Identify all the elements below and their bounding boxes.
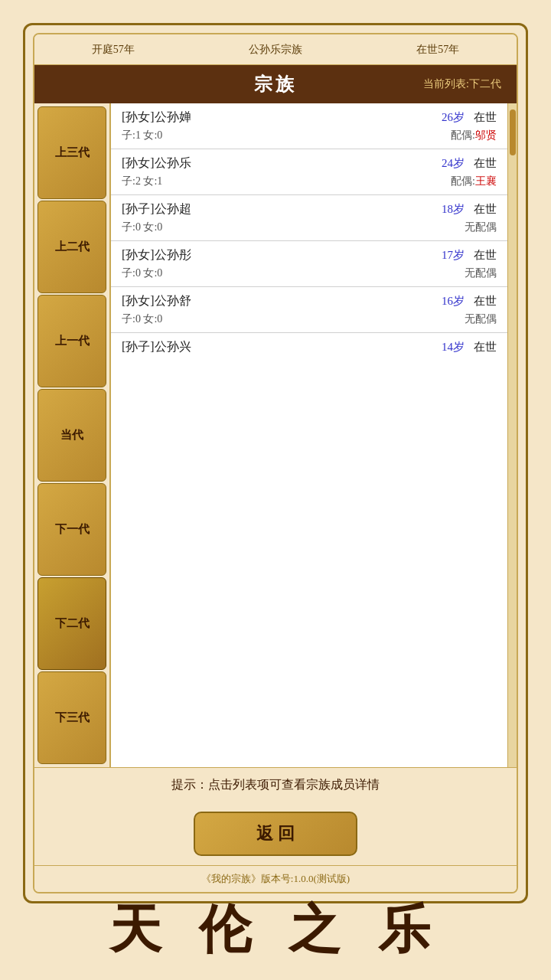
sidebar: 上三代 上二代 上一代 当代 下一代 下二代 下三代	[34, 103, 111, 767]
top-bar-item1: 开庭57年	[84, 43, 142, 57]
record-children: 子:0 女:0	[122, 220, 465, 234]
record-name: [孙女]公孙彤	[122, 247, 442, 263]
top-bar-item3: 在世57年	[409, 43, 467, 57]
record-spouse: 无配偶	[465, 220, 497, 234]
list-item[interactable]: [孙女]公孙婵 26岁 在世 子:1 女:0 配偶:邬贤	[111, 103, 507, 149]
record-status: 在世	[474, 110, 497, 125]
record-age: 18岁	[442, 202, 465, 217]
list-item[interactable]: [孙女]公孙乐 24岁 在世 子:2 女:1 配偶:王襄	[111, 149, 507, 195]
inner-container: 开庭57年 公孙乐宗族 在世57年 宗族 当前列表:下二代 上三代 上二代	[33, 33, 518, 893]
button-area: 返 回	[34, 802, 517, 865]
scrollbar-thumb[interactable]	[510, 109, 516, 155]
list-item[interactable]: [孙子]公孙超 18岁 在世 子:0 女:0 无配偶	[111, 195, 507, 241]
record-status: 在世	[474, 248, 497, 263]
record-spouse: 无配偶	[465, 312, 497, 326]
record-status: 在世	[474, 202, 497, 217]
record-status: 在世	[474, 294, 497, 309]
record-age: 26岁	[442, 110, 465, 125]
record-age: 14岁	[442, 340, 465, 354]
top-bar-item2: 公孙乐宗族	[241, 43, 310, 57]
list-item[interactable]: [孙女]公孙舒 16岁 在世 子:0 女:0 无配偶	[111, 287, 507, 333]
sidebar-item-shang1[interactable]: 上一代	[37, 295, 106, 387]
record-name: [孙女]公孙婵	[122, 109, 442, 126]
sidebar-item-shang2[interactable]: 上二代	[37, 201, 106, 293]
header-title: 宗族	[254, 72, 297, 96]
return-button[interactable]: 返 回	[194, 812, 357, 856]
version-text: 《我的宗族》版本号:1.0.0(测试版)	[34, 865, 517, 892]
record-spouse: 配偶:王襄	[451, 175, 497, 188]
main-content: 上三代 上二代 上一代 当代 下一代 下二代 下三代	[34, 103, 517, 767]
record-name: [孙子]公孙超	[122, 201, 442, 217]
record-children: 子:0 女:0	[122, 312, 465, 326]
record-age: 16岁	[442, 294, 465, 309]
record-children: 子:0 女:0	[122, 266, 465, 280]
record-spouse: 配偶:邬贤	[451, 129, 497, 142]
record-age: 24岁	[442, 156, 465, 171]
sidebar-item-current[interactable]: 当代	[37, 389, 106, 482]
outer-container: 开庭57年 公孙乐宗族 在世57年 宗族 当前列表:下二代 上三代 上二代	[23, 23, 528, 903]
header-subtitle: 当前列表:下二代	[423, 77, 501, 91]
record-name: [孙子]公孙兴	[122, 339, 442, 355]
record-children: 子:2 女:1	[122, 175, 451, 188]
record-name: [孙女]公孙乐	[122, 155, 442, 172]
record-children: 子:1 女:0	[122, 129, 451, 142]
record-status: 在世	[474, 156, 497, 171]
bottom-title: 天 伦 之 乐	[0, 895, 551, 965]
sidebar-item-xia1[interactable]: 下一代	[37, 483, 106, 576]
record-name: [孙女]公孙舒	[122, 293, 442, 309]
sidebar-item-shang3[interactable]: 上三代	[37, 106, 106, 199]
records-list[interactable]: [孙女]公孙婵 26岁 在世 子:1 女:0 配偶:邬贤 [孙女]公孙乐	[111, 103, 507, 767]
record-spouse: 无配偶	[465, 266, 497, 280]
record-age: 17岁	[442, 248, 465, 263]
scrollbar[interactable]	[507, 103, 517, 767]
record-status: 在世	[474, 340, 497, 354]
sidebar-item-xia2[interactable]: 下二代	[37, 577, 106, 670]
top-bar: 开庭57年 公孙乐宗族 在世57年	[34, 34, 517, 65]
sidebar-item-xia3[interactable]: 下三代	[37, 671, 106, 764]
list-item[interactable]: [孙女]公孙彤 17岁 在世 子:0 女:0 无配偶	[111, 241, 507, 287]
header: 宗族 当前列表:下二代	[34, 65, 517, 103]
list-item[interactable]: [孙子]公孙兴 14岁 在世	[111, 333, 507, 364]
hint-text: 提示：点击列表项可查看宗族成员详情	[34, 767, 517, 802]
